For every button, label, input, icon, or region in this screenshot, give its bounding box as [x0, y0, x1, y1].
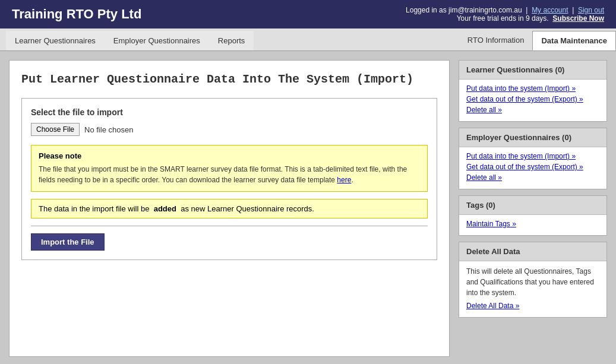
header: Training RTO Pty Ltd Logged in as jim@tr… [0, 0, 616, 29]
sidebar: Learner Questionnaires (0) Put data into… [459, 60, 607, 357]
learner-export-link[interactable]: Get data out of the system (Export) » [466, 95, 599, 103]
separator2: | [572, 6, 574, 14]
sidebar-tags-header: Tags (0) [459, 196, 606, 215]
delete-all-link[interactable]: Delete All Data » [466, 302, 599, 310]
nav-data-maintenance[interactable]: Data Maintenance [532, 31, 616, 50]
file-input-row: Choose File No file chosen [31, 123, 428, 136]
sidebar-learner-header: Learner Questionnaires (0) [459, 61, 606, 80]
employer-import-link[interactable]: Put data into the system (Import) » [466, 152, 599, 160]
no-file-text: No file chosen [84, 125, 133, 134]
learner-delete-link[interactable]: Delete all » [466, 106, 599, 114]
nav-bar: Learner Questionnaires Employer Question… [0, 29, 616, 51]
note-title: Please note [39, 151, 420, 160]
added-after: as new Learner Questionnaire records. [181, 204, 314, 213]
my-account-link[interactable]: My account [532, 6, 568, 14]
main-content: Put Learner Questionnaire Data Into The … [9, 60, 450, 357]
nav-learner-questionnaires[interactable]: Learner Questionnaires [6, 31, 105, 50]
employer-export-link[interactable]: Get data out of the system (Export) » [466, 163, 599, 171]
employer-delete-link[interactable]: Delete all » [466, 173, 599, 182]
separator1: | [526, 6, 527, 14]
added-before: The data in the import file will be [39, 204, 149, 213]
sidebar-delete-header: Delete All Data [459, 242, 606, 261]
delete-description: This will delete all Questionnaires, Tag… [466, 266, 599, 298]
sidebar-delete-all: Delete All Data This will delete all Que… [459, 242, 607, 318]
page-title: Put Learner Questionnaire Data Into The … [21, 72, 437, 86]
sidebar-employer-questionnaires: Employer Questionnaires (0) Put data int… [459, 128, 607, 189]
nav-employer-questionnaires[interactable]: Employer Questionnaires [105, 31, 209, 50]
sidebar-tags-body: Maintain Tags » [459, 215, 606, 235]
sidebar-tags: Tags (0) Maintain Tags » [459, 195, 607, 236]
note-text-content: The file that you import must be in the … [39, 165, 407, 184]
form-area: Select the file to import Choose File No… [21, 98, 437, 260]
sign-out-link[interactable]: Sign out [578, 6, 604, 14]
site-title: Training RTO Pty Ltd [12, 7, 141, 22]
trial-text: Your free trial ends in 9 days. [457, 14, 549, 23]
logged-in-text: Logged in as jim@trainingrto.com.au [406, 6, 522, 14]
sidebar-delete-body: This will delete all Questionnaires, Tag… [459, 261, 606, 317]
sidebar-learner-body: Put data into the system (Import) » Get … [459, 80, 606, 121]
choose-file-button[interactable]: Choose File [31, 123, 80, 136]
note-text: The file that you import must be in the … [39, 164, 420, 185]
sidebar-employer-body: Put data into the system (Import) » Get … [459, 147, 606, 189]
added-note-box: The data in the import file will be adde… [31, 199, 428, 219]
import-file-button[interactable]: Import the File [31, 233, 105, 251]
nav-rto-information[interactable]: RTO Information [459, 31, 533, 50]
here-link[interactable]: here [337, 176, 351, 184]
please-note-box: Please note The file that you import mus… [31, 145, 428, 192]
added-bold: added [154, 204, 176, 213]
nav-reports[interactable]: Reports [209, 31, 254, 50]
maintain-tags-link[interactable]: Maintain Tags » [466, 220, 599, 228]
section-label: Select the file to import [31, 107, 428, 117]
divider [31, 226, 428, 226]
layout: Put Learner Questionnaire Data Into The … [0, 51, 616, 364]
nav-right: RTO Information Data Maintenance [459, 29, 616, 50]
learner-import-link[interactable]: Put data into the system (Import) » [466, 84, 599, 93]
sidebar-learner-questionnaires: Learner Questionnaires (0) Put data into… [459, 60, 607, 122]
subscribe-link[interactable]: Subscribe Now [552, 14, 604, 23]
header-right: Logged in as jim@trainingrto.com.au | My… [406, 6, 604, 23]
sidebar-employer-header: Employer Questionnaires (0) [459, 128, 606, 147]
